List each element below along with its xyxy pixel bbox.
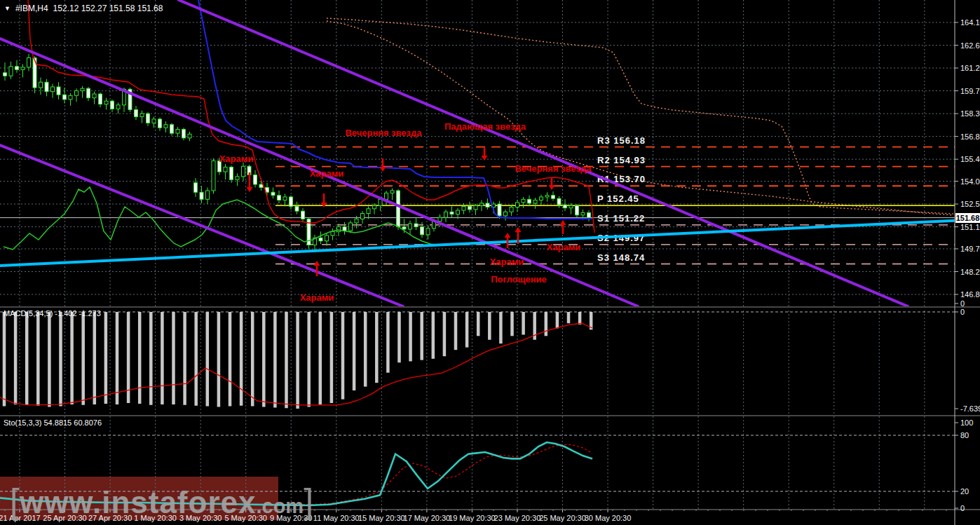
candle [564,199,567,211]
candle [533,198,537,209]
pattern-annotation: Поглощение [491,274,547,285]
candle [164,121,168,132]
candle [63,88,67,103]
price-axis-tick: 146.80 [960,290,980,299]
candle [236,173,239,186]
chart-title: ▼ #IBM,H4 152.12 152.27 151.58 151.68 [4,4,163,13]
pattern-annotation: Харами [300,292,334,303]
candle [295,202,299,214]
candle [147,112,150,126]
candle [57,82,60,100]
candle [93,92,96,104]
candle [135,106,138,120]
candle [545,192,549,201]
ohlc-values: 152.12 152.27 151.58 151.68 [53,4,163,13]
price-axis-tick: 161.20 [960,64,980,72]
time-axis-label: 30 May 20:30 [585,514,632,522]
candle [480,200,484,211]
candle [152,117,156,128]
candle [510,205,513,216]
candle [104,98,108,110]
candle [111,100,114,112]
pattern-annotation: Падающая звезда [444,121,526,132]
pattern-annotation: Вечерняя звезда [345,128,422,138]
sto-axis-tick: 80 [960,431,969,439]
symbol-label: #IBM,H4 [15,4,48,13]
current-price-label: 151.68 [955,213,980,223]
price-axis-tick: 158.30 [960,109,980,118]
macd-panel-layer [0,312,592,409]
candle [307,217,311,249]
candle [75,88,79,102]
candle [331,229,334,240]
price-axis-tick: 148.25 [960,268,980,276]
candle [474,204,477,215]
candle [301,208,305,222]
candle [373,203,376,214]
candle [176,127,179,137]
price-axis-tick: 149.70 [960,245,980,253]
candle [99,93,102,107]
candle [283,193,287,206]
trading-chart-window: R3 156.18R2 154.93R1 153.70P 152.45S1 15… [0,0,980,525]
candle [230,165,233,183]
candle [325,233,329,246]
candle [349,221,353,233]
time-axis-label: 19 May 20:30 [449,514,496,522]
down-arrow-icon [549,177,555,190]
price-axis-tick: 159.75 [960,87,980,95]
candle [224,164,227,179]
candle [21,64,25,77]
price-axis-tick: 151.10 [960,223,980,231]
pivot-label-S3: S3 148.74 [597,252,645,263]
time-axis-label: 11 May 20:30 [313,514,360,522]
candle [15,60,19,73]
candle [587,210,591,221]
candle [319,231,322,244]
instaforex-watermark: [ www.instaforex .com ] [10,481,290,520]
candle [361,211,365,224]
candle [81,86,84,98]
stochastic-indicator-label: Sto(15,3,3) 54.8815 60.8076 [4,418,102,427]
price-axis-tick: 152.55 [960,200,980,208]
candle [486,198,489,210]
candle [552,191,555,200]
candle [254,170,257,188]
candle [87,87,90,101]
price-axis-tick: 155.40 [960,155,980,163]
watermark-close-bracket: ] [304,481,313,521]
candle [540,195,543,205]
main-chart-layer: R3 156.18R2 154.93R1 153.70P 152.45S1 15… [0,0,980,306]
candle [27,54,31,71]
candle [569,203,573,214]
candle [290,196,293,210]
candle [313,235,317,250]
candle [116,102,120,114]
pattern-annotation: Харами [490,257,524,267]
candle [462,203,465,214]
price-axis-tick: 162.65 [960,41,980,50]
volume-zero-tick: 0 [960,299,965,308]
sto-axis-tick: 0 [960,504,965,512]
grid-layer [0,0,955,510]
candle [242,163,245,182]
time-axis-label: 17 May 20:30 [404,514,451,522]
candle [188,132,191,141]
candle [206,188,210,205]
candle [450,206,454,217]
sto-axis-tick: 20 [960,487,969,496]
candle [576,204,579,217]
pivot-label-S1: S1 151.22 [597,213,645,224]
down-arrow-icon [247,172,253,192]
candle [367,206,370,219]
watermark-domain: www.instaforex [20,485,257,520]
pivot-label-R2: R2 154.93 [597,155,646,165]
symbol-dropdown-icon[interactable]: ▼ [4,5,11,12]
price-axis-tick: 156.85 [960,132,980,141]
pivot-label-R3: R3 156.18 [597,135,646,146]
candle [343,222,346,235]
candle [33,56,36,93]
candle [522,197,525,208]
candle [390,189,394,200]
time-axis-label: 25 May 20:30 [539,514,586,522]
